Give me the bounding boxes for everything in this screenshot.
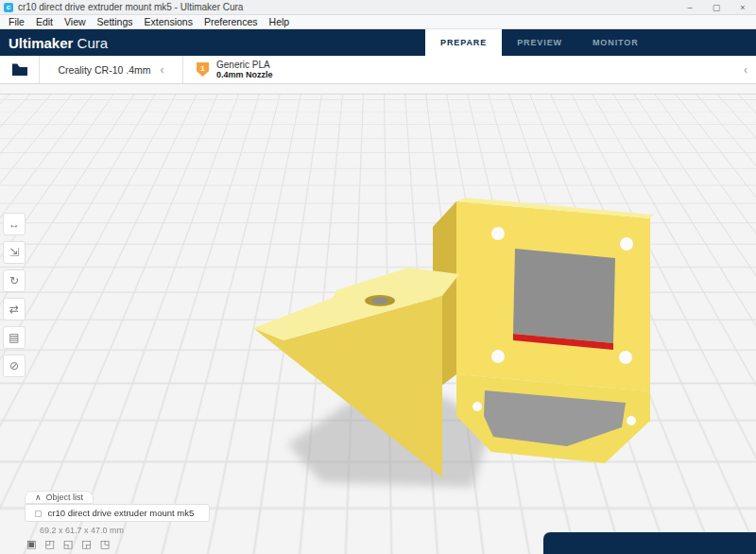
viewport-3d[interactable]: ↔ ⇲ ↻ ⇄ ▤ ⊘ ∧ Object list: [0, 84, 756, 554]
printer-selector[interactable]: Creality CR-10 .4mm ‹: [40, 56, 183, 83]
titlebar: c cr10 direct drive extruder mount mk5 -…: [0, 0, 756, 15]
open-file-button[interactable]: [0, 56, 40, 83]
cura-logo: Ultimaker Cura: [0, 35, 108, 51]
tool-scale-button[interactable]: ⇲: [3, 241, 26, 264]
tab-prepare[interactable]: PREPARE: [425, 29, 502, 56]
folder-icon: [12, 63, 27, 76]
plate-screw-hole: [491, 350, 505, 363]
minimize-button[interactable]: –: [677, 0, 703, 14]
ring-screw-hole: [472, 402, 482, 411]
scale-icon: ⇲: [9, 246, 19, 259]
material-selector[interactable]: 1 Generic PLA 0.4mm Nozzle: [183, 56, 273, 83]
menu-file[interactable]: File: [3, 16, 30, 27]
config-collapse-button[interactable]: ‹: [744, 56, 756, 83]
view-front-button[interactable]: ◰: [44, 538, 54, 550]
extruder-badge-icon: 1: [197, 62, 209, 77]
material-name: Generic PLA: [216, 60, 273, 70]
plate-screw-hole: [620, 237, 633, 251]
mirror-icon: ⇄: [9, 303, 19, 316]
printer-name: Creality CR-10 .4mm: [58, 64, 150, 76]
rotate-icon: ↻: [9, 274, 19, 287]
chevron-left-icon: ‹: [161, 63, 164, 77]
collapse-caret-icon: ∧: [35, 493, 42, 502]
object-list-item[interactable]: ▢ cr10 direct drive extruder mount mk5: [25, 504, 210, 522]
tool-rotate-button[interactable]: ↻: [3, 269, 26, 292]
tab-monitor[interactable]: MONITOR: [577, 29, 654, 56]
support-blocker-icon: ⊘: [9, 359, 19, 372]
brand-ultimaker: Ultimaker: [9, 35, 73, 51]
configuration-bar: Creality CR-10 .4mm ‹ 1 Generic PLA 0.4m…: [0, 56, 756, 84]
menu-help[interactable]: Help: [264, 16, 296, 27]
ring-screw-hole: [627, 416, 636, 425]
model-tool-strip: ↔ ⇲ ↻ ⇄ ▤ ⊘: [3, 213, 26, 377]
model-dimensions: 69.2 x 61.7 x 47.0 mm: [25, 522, 210, 535]
menu-preferences[interactable]: Preferences: [198, 16, 264, 27]
object-name: cr10 direct drive extruder mount mk5: [48, 508, 195, 518]
object-list-panel: ∧ Object list ▢ cr10 direct drive extrud…: [25, 487, 210, 535]
nozzle-size: 0.4mm Nozzle: [216, 70, 273, 79]
menu-settings[interactable]: Settings: [92, 16, 139, 27]
menu-edit[interactable]: Edit: [30, 16, 59, 27]
plate-screw-hole: [491, 227, 505, 240]
chevron-left-icon: ‹: [744, 63, 747, 77]
tool-per-model-settings-button[interactable]: ▤: [3, 326, 26, 349]
view-right-button[interactable]: ◳: [100, 538, 110, 550]
stage-tabs: PREPARE PREVIEW MONITOR: [425, 29, 654, 56]
tab-preview[interactable]: PREVIEW: [502, 29, 577, 56]
slice-action-panel[interactable]: [543, 532, 756, 554]
wedge-hole: [371, 298, 388, 304]
model-cube-icon: ▢: [34, 509, 43, 518]
model-render-layer: [0, 84, 756, 554]
object-list-title: Object list: [46, 493, 84, 502]
move-icon: ↔: [9, 217, 20, 231]
view-left-button[interactable]: ◲: [81, 538, 91, 550]
window-title: cr10 direct drive extruder mount mk5 - U…: [18, 2, 243, 12]
view-3d-button[interactable]: ▣: [26, 538, 36, 550]
main-header: Ultimaker Cura PREPARE PREVIEW MONITOR: [0, 29, 756, 56]
view-top-button[interactable]: ◱: [63, 538, 73, 550]
menu-extensions[interactable]: Extensions: [139, 16, 198, 27]
close-button[interactable]: ×: [730, 0, 756, 14]
tool-mirror-button[interactable]: ⇄: [3, 298, 26, 320]
object-list-toggle[interactable]: ∧ Object list: [25, 491, 94, 504]
cura-app-icon: c: [4, 3, 13, 12]
tool-move-button[interactable]: ↔: [3, 213, 26, 235]
camera-view-toolbar: ▣ ◰ ◱ ◲ ◳: [26, 538, 110, 550]
plate-screw-hole: [619, 351, 632, 364]
maximize-button[interactable]: ▢: [703, 0, 730, 14]
tool-support-blocker-button[interactable]: ⊘: [3, 355, 26, 377]
per-model-settings-icon: ▤: [9, 331, 19, 344]
brand-cura: Cura: [77, 35, 109, 51]
menu-bar: File Edit View Settings Extensions Prefe…: [0, 15, 756, 29]
motor-plate-opening: [513, 249, 615, 343]
cura-window: c cr10 direct drive extruder mount mk5 -…: [0, 0, 756, 554]
menu-view[interactable]: View: [59, 16, 92, 27]
